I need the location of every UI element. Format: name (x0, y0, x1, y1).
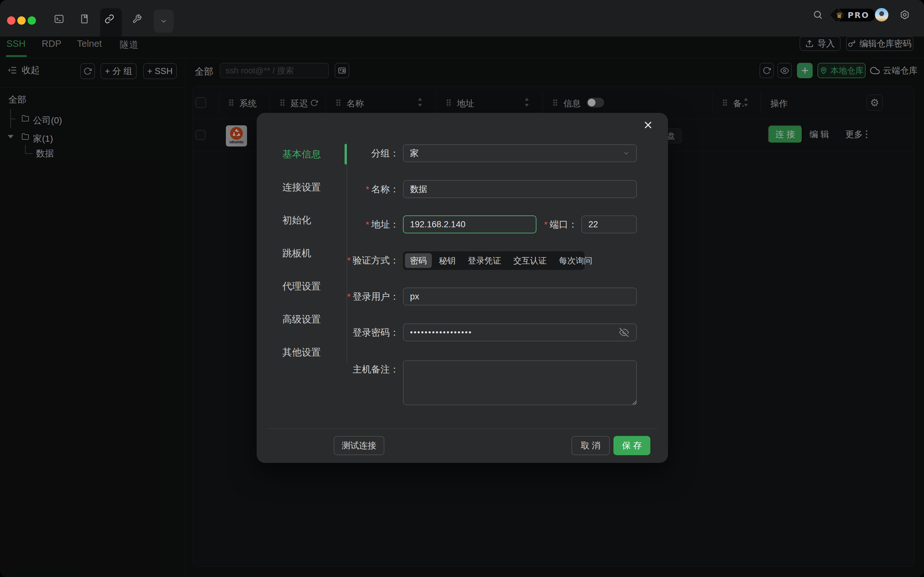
name-field-label: *名称： (295, 183, 399, 195)
crown-icon: ♛ (834, 10, 845, 21)
search-icon[interactable] (813, 10, 823, 20)
zoom-window-button[interactable] (27, 16, 36, 25)
book-icon[interactable] (79, 14, 89, 24)
titlebar: ♛ PRO (0, 0, 924, 37)
eye-off-icon[interactable] (619, 327, 629, 337)
auth-option-ask[interactable]: 每次询问 (554, 253, 598, 268)
minimize-window-button[interactable] (17, 16, 26, 25)
pro-badge[interactable]: ♛ PRO (834, 9, 875, 21)
edit-connection-dialog: 基本信息 连接设置 初始化 跳板机 代理设置 高级设置 其他设置 分组： 家 *… (257, 113, 668, 463)
auth-option-credential[interactable]: 登录凭证 (463, 253, 506, 268)
user-field-label: *登录用户： (295, 290, 399, 303)
port-input[interactable] (582, 215, 637, 234)
link-icon[interactable] (105, 14, 114, 24)
host-input[interactable] (403, 215, 536, 234)
gear-icon[interactable] (900, 10, 910, 20)
wrench-icon[interactable] (132, 14, 142, 24)
name-input[interactable] (403, 180, 637, 198)
dialog-footer-divider (267, 429, 658, 429)
pro-label: PRO (848, 11, 869, 20)
chevron-down-icon (623, 150, 630, 157)
auth-option-password[interactable]: 密码 (405, 253, 432, 268)
port-field-label: *端口： (531, 218, 577, 231)
save-label: 保 存 (622, 440, 642, 451)
group-select-value: 家 (410, 147, 419, 159)
dialog-tab-other[interactable]: 其他设置 (282, 346, 321, 359)
note-field-label: 主机备注： (295, 363, 399, 376)
terminal-icon[interactable] (54, 14, 64, 24)
password-field-label: 登录密码： (295, 326, 399, 339)
auth-method-segmented: 密码 秘钥 登录凭证 交互认证 每次询问 (403, 251, 585, 270)
close-icon[interactable] (641, 118, 655, 132)
test-connection-button[interactable]: 测试连接 (334, 436, 384, 455)
user-input[interactable] (403, 287, 637, 306)
dialog-tab-advanced[interactable]: 高级设置 (282, 313, 321, 326)
avatar[interactable] (875, 8, 888, 21)
password-input[interactable] (403, 324, 637, 342)
group-select[interactable]: 家 (403, 144, 637, 162)
save-button[interactable]: 保 存 (614, 436, 650, 455)
cancel-button[interactable]: 取 消 (572, 436, 610, 455)
note-textarea[interactable] (403, 360, 637, 405)
cancel-label: 取 消 (581, 440, 601, 451)
auth-option-interactive[interactable]: 交互认证 (508, 253, 552, 268)
host-field-label: *地址： (295, 218, 399, 231)
group-field-label: 分组： (295, 147, 399, 160)
auth-field-label: *验证方式： (295, 254, 399, 267)
resize-handle[interactable] (632, 400, 637, 405)
auth-option-key[interactable]: 秘钥 (434, 253, 461, 268)
close-window-button[interactable] (7, 16, 15, 25)
chevron-down-icon[interactable] (153, 10, 174, 33)
app-window: SSH RDP Telnet 隧道 导入 编辑仓库密码 收起 + 分 组 (0, 0, 924, 577)
test-connection-label: 测试连接 (342, 440, 376, 451)
